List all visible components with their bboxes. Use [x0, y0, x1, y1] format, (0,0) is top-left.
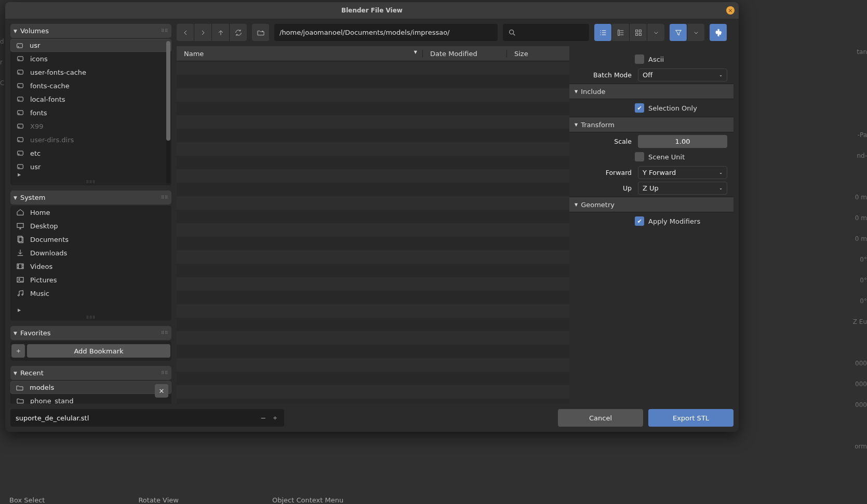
ascii-checkbox[interactable]: [635, 55, 644, 64]
cancel-button[interactable]: Cancel: [558, 409, 643, 427]
col-size-label: Size: [514, 50, 528, 58]
svg-rect-29: [635, 30, 637, 32]
remove-recent-button[interactable]: ✕: [155, 384, 168, 398]
file-row-empty: [177, 358, 569, 372]
forward-button[interactable]: [194, 24, 211, 41]
svg-point-3: [19, 59, 19, 60]
volume-item[interactable]: usr: [10, 39, 171, 52]
export-button[interactable]: Export STL: [648, 409, 733, 427]
add-bookmark-plus[interactable]: ＋: [11, 344, 25, 358]
back-button[interactable]: [177, 24, 194, 41]
search-input[interactable]: [503, 24, 589, 41]
list-body[interactable]: [177, 61, 569, 404]
drag-dots-icon[interactable]: ⠿⠿: [161, 371, 168, 375]
svg-point-17: [19, 154, 19, 154]
system-item[interactable]: Documents: [10, 233, 171, 246]
col-date-header[interactable]: Date Modified: [423, 50, 507, 58]
add-bookmark-button[interactable]: Add Bookmark: [27, 344, 170, 358]
col-name-header[interactable]: Name ▼: [177, 50, 423, 58]
system-item[interactable]: Music: [10, 287, 171, 300]
volume-item[interactable]: fonts-cache: [10, 79, 171, 92]
volumes-header[interactable]: ▼ Volumes ⠿⠿: [10, 24, 171, 38]
file-row-empty: [177, 318, 569, 331]
refresh-button[interactable]: [230, 24, 247, 41]
resize-handle[interactable]: ⠿⠿⠿: [10, 315, 171, 321]
filename-text: suporte_de_celular.stl: [16, 414, 89, 422]
svg-point-11: [19, 113, 19, 114]
volume-item[interactable]: local-fonts: [10, 92, 171, 106]
recent-item[interactable]: phone_stand: [10, 394, 171, 404]
geometry-section-header[interactable]: ▼ Geometry: [569, 197, 733, 212]
sidebar: ▼ Volumes ⠿⠿ usriconsuser-fonts-cachefon…: [10, 24, 171, 404]
system-header[interactable]: ▼ System ⠿⠿: [10, 190, 171, 205]
filter-button[interactable]: [670, 24, 687, 41]
drag-dots-icon[interactable]: ⠿⠿: [161, 195, 168, 200]
col-date-label: Date Modified: [430, 50, 477, 58]
file-row-empty: [177, 210, 569, 223]
cancel-label: Cancel: [589, 414, 612, 422]
system-item[interactable]: Downloads: [10, 246, 171, 260]
search-icon: [508, 29, 516, 37]
volume-item[interactable]: X99: [10, 119, 171, 133]
volume-item[interactable]: etc: [10, 146, 171, 160]
resize-handle[interactable]: ⠿⠿⠿: [10, 179, 171, 185]
path-text: /home/joaomanoel/Documents/models/impres…: [279, 29, 449, 36]
view-vertical-button[interactable]: [612, 24, 629, 41]
triangle-down-icon: ▼: [14, 331, 17, 336]
disk-icon: [15, 42, 24, 50]
up-dropdown[interactable]: Z Up ⌄: [638, 182, 727, 195]
recent-header[interactable]: ▼ Recent ⠿⠿: [10, 366, 171, 380]
volumes-expand[interactable]: ▶: [10, 170, 171, 179]
system-label: Home: [30, 209, 50, 216]
system-expand[interactable]: ▶: [10, 305, 171, 315]
apply-modifiers-checkbox[interactable]: [635, 216, 644, 226]
volume-item[interactable]: user-fonts-cache: [10, 65, 171, 79]
transform-section-header[interactable]: ▼ Transform: [569, 117, 733, 132]
scrollbar[interactable]: [166, 41, 170, 183]
recent-item[interactable]: models: [10, 381, 171, 394]
svg-rect-16: [18, 151, 23, 155]
include-section-header[interactable]: ▼ Include: [569, 84, 733, 99]
videos-icon: [16, 262, 25, 270]
file-row-empty: [177, 115, 569, 129]
filename-decrement[interactable]: −: [258, 413, 269, 423]
system-item[interactable]: Videos: [10, 260, 171, 273]
settings-button[interactable]: [710, 24, 727, 41]
volume-item[interactable]: user-dirs.dirs: [10, 133, 171, 146]
view-menu-caret[interactable]: [647, 24, 664, 41]
drag-dots-icon[interactable]: ⠿⠿: [161, 29, 168, 33]
parent-dir-button[interactable]: [212, 24, 229, 41]
system-item[interactable]: Pictures: [10, 273, 171, 287]
batch-mode-dropdown[interactable]: Off ⌄: [638, 69, 727, 81]
close-button[interactable]: ✕: [726, 6, 735, 15]
scale-input[interactable]: 1.00: [638, 135, 727, 148]
forward-dropdown[interactable]: Y Forward ⌄: [638, 166, 727, 179]
svg-point-27: [22, 294, 23, 295]
view-thumbnails-button[interactable]: [630, 24, 647, 41]
volume-item[interactable]: icons: [10, 52, 171, 65]
col-size-header[interactable]: Size: [507, 50, 569, 58]
path-input[interactable]: /home/joaomanoel/Documents/models/impres…: [274, 24, 498, 41]
footer-hint-context-menu: Object Context Menu: [272, 496, 343, 504]
filter-menu-caret[interactable]: [687, 24, 704, 41]
volume-item[interactable]: fonts: [10, 106, 171, 119]
drag-dots-icon[interactable]: ⠿⠿: [161, 331, 168, 335]
view-list-button[interactable]: [594, 24, 611, 41]
selection-only-checkbox[interactable]: [635, 103, 644, 113]
system-item[interactable]: Desktop: [10, 219, 171, 233]
file-row-empty: [177, 345, 569, 358]
volume-item[interactable]: usr: [10, 160, 171, 170]
triangle-down-icon: ▼: [575, 202, 578, 207]
filename-increment[interactable]: ＋: [270, 413, 280, 423]
new-dir-button[interactable]: [252, 24, 269, 41]
list-header: Name ▼ Date Modified Size: [177, 46, 569, 61]
filename-input[interactable]: suporte_de_celular.stl − ＋: [10, 409, 284, 427]
file-row-empty: [177, 372, 569, 385]
file-row-empty: [177, 304, 569, 318]
desktop-icon: [16, 222, 25, 230]
scene-unit-checkbox[interactable]: [635, 152, 644, 161]
svg-point-25: [19, 278, 20, 280]
system-item[interactable]: Home: [10, 206, 171, 219]
favorites-header[interactable]: ▼ Favorites ⠿⠿: [10, 326, 171, 340]
scene-unit-label: Scene Unit: [648, 153, 685, 161]
